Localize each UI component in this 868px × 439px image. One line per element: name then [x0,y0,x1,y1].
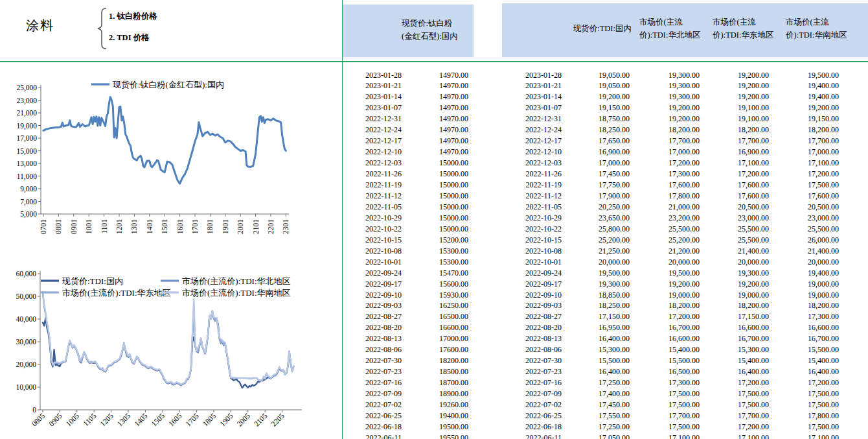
table-row[interactable]: 2022-06-1817,250.0017,500.0017,200.0017,… [512,421,839,433]
price-cell[interactable]: 25,500.00 [700,224,769,235]
price-cell[interactable]: 17,500.00 [630,399,700,410]
price-cell[interactable]: 19,200.00 [562,91,630,102]
date-cell[interactable]: 2022-09-24 [512,268,562,279]
table-row[interactable]: 2022-11-1917,750.0017,600.0017,600.0017,… [512,180,839,191]
price-cell[interactable]: 18,850.00 [562,290,630,301]
table-row[interactable]: 2022-12-1717,650.0017,700.0017,700.0017,… [512,136,839,147]
price-cell[interactable]: 16250.00 [402,300,468,311]
date-cell[interactable]: 2022-11-19 [343,180,402,191]
price-cell[interactable]: 17,500.00 [630,421,700,433]
date-cell[interactable]: 2022-08-06 [512,344,562,355]
price-cell[interactable]: 17,500.00 [769,180,839,191]
price-cell[interactable]: 25,500.00 [630,224,700,235]
price-cell[interactable]: 16,900.00 [562,147,630,158]
price-cell[interactable]: 15000.00 [402,202,468,213]
price-cell[interactable]: 18200.00 [402,355,468,366]
price-cell[interactable]: 19,500.00 [562,268,630,279]
date-cell[interactable]: 2022-07-16 [512,377,562,388]
table-row[interactable]: 2022-07-3015,500.0015,500.0015,400.0015,… [512,355,839,366]
table-row[interactable]: 2022-07-2316,400.0016,500.0016,400.0016,… [512,366,839,377]
price-cell[interactable]: 14970.00 [402,147,468,158]
price-cell[interactable]: 17,000.00 [562,158,630,169]
date-cell[interactable]: 2022-10-29 [512,213,562,224]
table-row[interactable]: 2022-12-3114970.00 [343,113,468,125]
price-cell[interactable]: 17,150.00 [700,311,769,322]
price-cell[interactable]: 19,150.00 [562,102,630,113]
price-cell[interactable]: 17,250.00 [562,421,630,433]
price-cell[interactable]: 15600.00 [402,279,468,290]
price-cell[interactable]: 18700.00 [402,377,468,388]
price-cell[interactable]: 19,200.00 [700,91,769,102]
price-cell[interactable]: 19,200.00 [769,102,839,113]
date-cell[interactable]: 2022-09-17 [512,279,562,290]
date-cell[interactable]: 2022-07-23 [512,366,562,377]
table-row[interactable]: 2022-11-1217,900.0017,800.0017,600.0017,… [512,191,839,202]
price-cell[interactable]: 20,500.00 [769,202,839,213]
date-cell[interactable]: 2022-11-26 [512,169,562,180]
price-cell[interactable]: 17,500.00 [769,421,839,433]
price-cell[interactable]: 19260.00 [402,399,468,410]
date-cell[interactable]: 2023-01-28 [512,70,562,81]
date-cell[interactable]: 2022-10-22 [343,224,402,235]
price-cell[interactable]: 19,200.00 [700,279,769,290]
date-cell[interactable]: 2022-09-10 [343,290,402,301]
table-row[interactable]: 2022-09-1015930.00 [343,290,468,301]
price-cell[interactable]: 15000.00 [402,169,468,180]
price-cell[interactable]: 25,800.00 [562,224,630,235]
price-cell[interactable]: 17,600.00 [769,191,839,202]
price-cell[interactable]: 17,300.00 [630,169,700,180]
price-cell[interactable]: 17,100.00 [769,433,839,439]
price-cell[interactable]: 23,200.00 [630,213,700,224]
table-row[interactable]: 2023-01-2114970.00 [343,80,468,91]
price-cell[interactable]: 16,900.00 [700,147,769,158]
table-row[interactable]: 2022-10-2923,650.0023,200.0023,000.0023,… [512,213,839,224]
price-cell[interactable]: 18,200.00 [769,300,839,311]
table-row[interactable]: 2022-12-1714970.00 [343,136,468,147]
price-cell[interactable]: 15,300.00 [562,344,630,355]
outline-item-tdi[interactable]: 2. TDI 价格 [109,32,150,43]
price-cell[interactable]: 19,300.00 [700,268,769,279]
date-cell[interactable]: 2022-11-12 [343,191,402,202]
price-cell[interactable]: 20,500.00 [700,202,769,213]
price-cell[interactable]: 21,400.00 [700,246,769,257]
price-cell[interactable]: 17,500.00 [769,388,839,399]
price-cell[interactable]: 18,750.00 [562,113,630,125]
table-row[interactable]: 2022-10-0815300.00 [343,246,468,257]
price-cell[interactable]: 16500.00 [402,311,468,322]
table-row[interactable]: 2022-10-1515200.00 [343,235,468,246]
table-row[interactable]: 2022-09-2415470.00 [343,268,468,279]
date-cell[interactable]: 2022-11-12 [512,191,562,202]
date-cell[interactable]: 2022-09-24 [343,268,402,279]
price-cell[interactable]: 15000.00 [402,224,468,235]
date-cell[interactable]: 2023-01-07 [343,102,402,113]
date-cell[interactable]: 2022-09-03 [512,300,562,311]
price-cell[interactable]: 18,250.00 [562,300,630,311]
table-row[interactable]: 2022-08-0617600.00 [343,344,468,355]
date-cell[interactable]: 2022-08-13 [512,333,562,344]
price-cell[interactable]: 17,200.00 [700,169,769,180]
price-cell[interactable]: 17,100.00 [700,433,769,439]
table-row[interactable]: 2022-07-3018200.00 [343,355,468,366]
table-row[interactable]: 2023-01-0714970.00 [343,102,468,113]
table-row[interactable]: 2022-11-2615000.00 [343,169,468,180]
price-cell[interactable]: 19,200.00 [700,80,769,91]
price-cell[interactable]: 16,950.00 [562,322,630,333]
price-cell[interactable]: 15,300.00 [700,344,769,355]
date-cell[interactable]: 2022-07-02 [512,399,562,410]
price-cell[interactable]: 19,400.00 [769,268,839,279]
date-cell[interactable]: 2022-10-01 [343,257,402,268]
date-cell[interactable]: 2022-07-30 [512,355,562,366]
category-cell[interactable]: 涂料 [26,17,54,34]
price-cell[interactable]: 17,200.00 [630,158,700,169]
price-cell[interactable]: 19,050.00 [562,80,630,91]
price-cell[interactable]: 17,200.00 [769,377,839,388]
price-cell[interactable]: 19,200.00 [700,70,769,81]
date-cell[interactable]: 2022-10-08 [343,246,402,257]
date-cell[interactable]: 2022-12-10 [512,147,562,158]
date-cell[interactable]: 2022-10-15 [343,235,402,246]
table-row[interactable]: 2022-10-0821,250.0021,200.0021,400.0021,… [512,246,839,257]
price-cell[interactable]: 17,700.00 [700,410,769,421]
price-cell[interactable]: 25,200.00 [562,235,630,246]
price-cell[interactable]: 17,300.00 [769,311,839,322]
price-cell[interactable]: 19,200.00 [630,113,700,125]
